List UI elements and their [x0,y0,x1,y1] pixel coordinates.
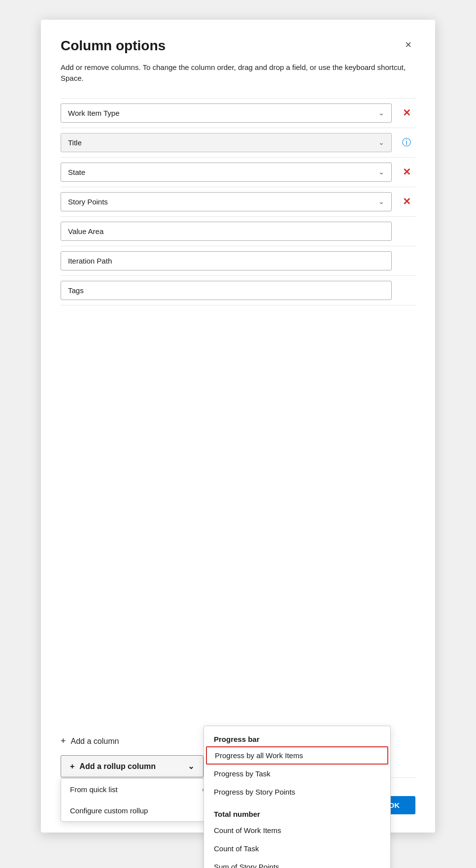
progress-story-item[interactable]: Progress by Story Points [204,783,390,801]
rollup-dropdown: From quick list › Configure custom rollu… [61,778,213,822]
count-task-label: Count of Task [214,844,259,853]
count-work-items-item[interactable]: Count of Work Items [204,821,390,839]
plus-icon: + [70,762,74,771]
progress-story-label: Progress by Story Points [214,788,295,796]
chevron-down-icon: ⌄ [378,168,384,176]
remove-column-button[interactable]: ✕ [400,166,414,178]
remove-column-button[interactable]: ✕ [400,196,414,207]
story-points-select[interactable]: Story Points ⌄ [61,192,392,211]
state-select[interactable]: State ⌄ [61,163,392,182]
tags-select[interactable]: Tags [61,281,392,300]
add-rollup-column-button[interactable]: + Add a rollup column ⌄ [61,755,204,777]
col-action: ✕ [398,196,415,207]
progress-submenu: Progress bar Progress by all Work Items … [204,726,391,868]
col-label: Story Points [68,198,108,206]
chevron-down-icon: ⌄ [378,198,384,205]
column-row: Tags [61,276,415,305]
col-action: ✕ [398,166,415,178]
chevron-down-icon: ⌄ [378,138,384,146]
col-label: State [68,168,85,176]
count-task-item[interactable]: Count of Task [204,839,390,858]
progress-task-item[interactable]: Progress by Task [204,765,390,783]
col-label: Tags [68,286,84,295]
column-options-dialog: Column options × Add or remove columns. … [41,20,435,833]
from-quick-list-label: From quick list [70,785,118,794]
count-work-items-label: Count of Work Items [214,826,281,835]
value-area-select[interactable]: Value Area [61,222,392,241]
dialog-subtitle: Add or remove columns. To change the col… [61,62,415,84]
from-quick-list-item[interactable]: From quick list › [61,779,213,800]
progress-bar-group-label: Progress bar [204,730,390,746]
total-number-group-label: Total number [204,805,390,821]
column-row: Value Area [61,217,415,246]
col-label: Title [68,138,82,147]
sum-story-points-label: Sum of Story Points [214,863,279,868]
title-select[interactable]: Title ⌄ [61,133,392,152]
remove-column-button[interactable]: ✕ [400,107,414,119]
col-action: ⓘ [398,136,415,149]
plus-icon: + [61,736,66,746]
col-label: Value Area [68,227,103,235]
column-row: State ⌄ ✕ [61,158,415,187]
add-column-label: Add a column [71,737,119,746]
chevron-down-icon: ⌄ [378,109,384,117]
iteration-path-select[interactable]: Iteration Path [61,251,392,270]
info-button[interactable]: ⓘ [400,136,413,149]
columns-area: Work Item Type ⌄ ✕ Title ⌄ ⓘ State ⌄ [61,98,415,727]
column-row: Iteration Path [61,246,415,276]
close-button[interactable]: × [401,37,415,52]
column-row: Work Item Type ⌄ ✕ [61,98,415,128]
configure-custom-rollup-item[interactable]: Configure custom rollup [61,800,213,821]
configure-custom-label: Configure custom rollup [70,806,148,815]
progress-all-label: Progress by all Work Items [215,751,303,760]
col-label: Iteration Path [68,257,112,265]
column-row: Title ⌄ ⓘ [61,128,415,158]
sum-story-points-item[interactable]: Sum of Story Points [204,858,390,868]
work-item-type-select[interactable]: Work Item Type ⌄ [61,103,392,123]
chevron-down-icon: ⌄ [188,762,194,771]
col-label: Work Item Type [68,109,119,117]
rollup-area: + Add a rollup column ⌄ From quick list … [61,755,415,777]
progress-all-item[interactable]: Progress by all Work Items [206,746,388,765]
col-action: ✕ [398,107,415,119]
progress-task-label: Progress by Task [214,769,271,778]
column-row: Story Points ⌄ ✕ [61,187,415,217]
dialog-header: Column options × [61,37,415,54]
dialog-title: Column options [61,37,166,54]
rollup-btn-label: Add a rollup column [79,762,156,771]
